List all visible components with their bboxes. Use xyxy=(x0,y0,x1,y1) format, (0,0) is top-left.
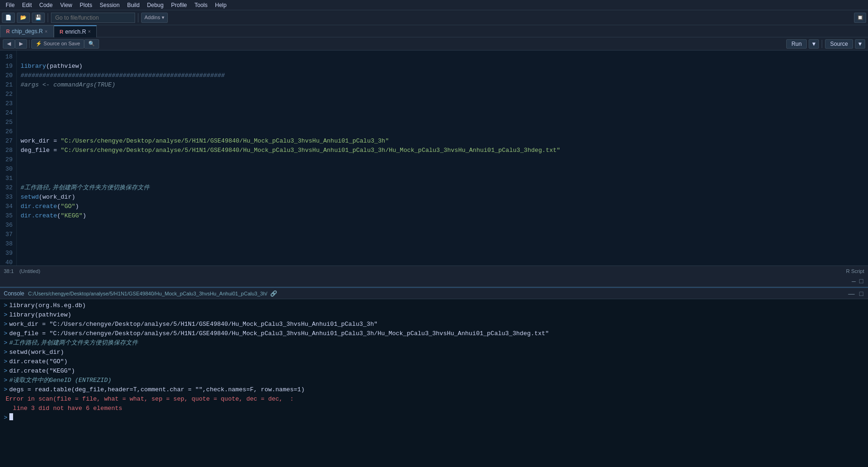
console-line-8: > dir.create("KEGG") xyxy=(4,366,864,376)
prompt-6: > xyxy=(4,348,7,357)
open-btn[interactable]: 📂 xyxy=(17,13,30,23)
cursor-position: 38:1 xyxy=(4,268,14,274)
prompt-7: > xyxy=(4,357,7,366)
tab-enrich[interactable]: R enrich.R × xyxy=(54,25,97,37)
console-max-btn2[interactable]: □ xyxy=(859,290,864,297)
console-line-2: > library(pathview) xyxy=(4,310,864,320)
source-dropdown-btn[interactable]: ▼ xyxy=(855,39,865,49)
prompt-input: > xyxy=(4,413,7,423)
console-text-8: dir.create("KEGG") xyxy=(9,366,75,376)
console-path-link[interactable]: 🔗 xyxy=(270,290,277,297)
console-text-2: library(pathview) xyxy=(9,310,72,320)
console-output[interactable]: > library(org.Hs.eg.db) > library(pathvi… xyxy=(0,299,868,467)
console-line-error-2: line 3 did not have 6 elements xyxy=(4,404,864,413)
sep xyxy=(29,40,29,48)
console-text-6: setwd(work_dir) xyxy=(9,348,64,357)
prompt-1: > xyxy=(4,301,7,310)
menu-file[interactable]: File xyxy=(2,1,18,9)
menu-edit[interactable]: Edit xyxy=(18,1,36,9)
save-btn[interactable]: 💾 xyxy=(32,13,45,23)
tab-label-2: enrich.R xyxy=(65,29,86,35)
file-label: (Untitled) xyxy=(19,268,40,274)
tab-chip-degs[interactable]: R chip_degs.R × xyxy=(0,25,54,37)
console-error-1: Error in scan(file = file, what = what, … xyxy=(6,395,294,404)
console-maximize-btn[interactable]: □ xyxy=(859,278,864,285)
source-on-save-btn[interactable]: ⚡ Source on Save xyxy=(31,39,84,49)
prompt-2: > xyxy=(4,310,7,320)
console-line-10: > degs = read.table(deg_file,header=T,co… xyxy=(4,385,864,395)
tab-close-2[interactable]: × xyxy=(88,29,91,34)
toolbar-separator-1 xyxy=(48,13,48,22)
menu-code[interactable]: Code xyxy=(36,1,57,9)
console-line-7: > dir.create("GO") xyxy=(4,357,864,366)
menu-session[interactable]: Session xyxy=(96,1,123,9)
toolbar-separator-2 xyxy=(138,13,138,22)
menu-tools[interactable]: Tools xyxy=(191,1,211,9)
goto-file-input[interactable] xyxy=(51,13,135,23)
console-text-9: #读取文件中的GeneID (ENTREZID) xyxy=(9,376,111,385)
console-line-1: > library(org.Hs.eg.db) xyxy=(4,301,864,310)
source-btn[interactable]: Source xyxy=(825,39,853,49)
run-source-bar: Run ▼ Source ▼ xyxy=(786,39,865,49)
menu-view[interactable]: View xyxy=(57,1,76,9)
prompt-9: > xyxy=(4,376,7,385)
console-text-5: #工作路径,并创建两个文件夹方便切换保存文件 xyxy=(9,338,138,348)
console-minimize-bar: — □ xyxy=(0,276,868,287)
console-input-line[interactable]: > xyxy=(4,413,864,423)
toolbar: 📄 📂 💾 Addins ▾ 🔲 xyxy=(0,10,868,25)
back-btn[interactable]: ◀ xyxy=(3,39,15,49)
menu-plots[interactable]: Plots xyxy=(76,1,96,9)
console-error-2: line 3 did not have 6 elements xyxy=(6,404,122,413)
console-path: C:/Users/chengye/Desktop/analyse/5/H1N1/… xyxy=(28,291,267,296)
console-label: Console xyxy=(4,290,24,297)
console-section: — □ Console C:/Users/chengye/Desktop/ana… xyxy=(0,276,868,467)
tab-label-1: chip_degs.R xyxy=(12,28,43,35)
code-editor: 18 19 20 21 22 23 24 25 26 27 28 29 30 3… xyxy=(0,50,868,266)
code-text[interactable]: library(pathview) ######################… xyxy=(17,50,868,266)
console-line-9: > #读取文件中的GeneID (ENTREZID) xyxy=(4,376,864,385)
run-btn[interactable]: Run xyxy=(786,39,807,49)
console-text-4: deg_file = "C:/Users/chengye/Desktop/ana… xyxy=(9,329,549,338)
menu-profile[interactable]: Profile xyxy=(167,1,191,9)
editor-action-bar: ◀ ▶ ⚡ Source on Save 🔍 Run ▼ Source ▼ xyxy=(0,37,868,50)
prompt-3: > xyxy=(4,320,7,329)
new-file-btn[interactable]: 📄 xyxy=(2,13,15,23)
console-text-10: degs = read.table(deg_file,header=T,comm… xyxy=(9,385,305,395)
editor-status-bar: 38:1 (Untitled) R Script xyxy=(0,266,868,276)
addins-btn[interactable]: Addins ▾ xyxy=(141,13,168,23)
console-cursor xyxy=(9,413,13,420)
script-type: R Script xyxy=(846,268,864,274)
console-minimize-btn[interactable]: — xyxy=(851,278,856,285)
menu-help[interactable]: Help xyxy=(211,1,230,9)
run-dropdown-btn[interactable]: ▼ xyxy=(809,39,819,49)
forward-btn[interactable]: ▶ xyxy=(15,39,27,49)
prompt-5: > xyxy=(4,338,7,348)
prompt-4: > xyxy=(4,329,7,338)
console-line-6: > setwd(work_dir) xyxy=(4,348,864,357)
line-numbers: 18 19 20 21 22 23 24 25 26 27 28 29 30 3… xyxy=(0,50,17,266)
console-line-5: > #工作路径,并创建两个文件夹方便切换保存文件 xyxy=(4,338,864,348)
console-line-4: > deg_file = "C:/Users/chengye/Desktop/a… xyxy=(4,329,864,338)
console-text-3: work_dir = "C:/Users/chengye/Desktop/ana… xyxy=(9,320,378,329)
console-line-3: > work_dir = "C:/Users/chengye/Desktop/a… xyxy=(4,320,864,329)
console-header: Console C:/Users/chengye/Desktop/analyse… xyxy=(0,287,868,299)
console-min-btn2[interactable]: — xyxy=(847,290,856,297)
sep2 xyxy=(822,40,822,48)
editor-tabs: R chip_degs.R × R enrich.R × xyxy=(0,25,868,37)
tab-icon-2: R xyxy=(60,29,64,35)
prompt-10: > xyxy=(4,385,7,395)
tab-close-1[interactable]: × xyxy=(45,29,48,34)
menu-debug[interactable]: Debug xyxy=(143,1,167,9)
prompt-8: > xyxy=(4,366,7,376)
menu-build[interactable]: Build xyxy=(123,1,143,9)
search-editor-btn[interactable]: 🔍 xyxy=(84,39,99,49)
console-text-7: dir.create("GO") xyxy=(9,357,68,366)
maximize-btn[interactable]: 🔲 xyxy=(854,13,866,23)
tab-icon-1: R xyxy=(6,29,10,34)
console-line-error-1: Error in scan(file = file, what = what, … xyxy=(4,395,864,404)
console-text-1: library(org.Hs.eg.db) xyxy=(9,301,86,310)
menubar: File Edit Code View Plots Session Build … xyxy=(0,0,868,10)
